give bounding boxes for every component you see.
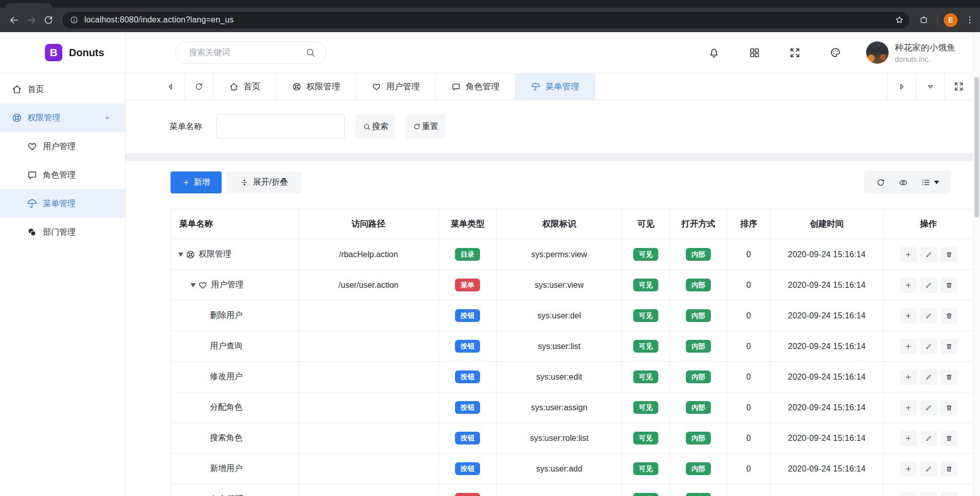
row-delete-button[interactable] xyxy=(941,278,958,293)
created-time: 2020-09-24 15:16:14 xyxy=(771,331,883,362)
row-delete-button[interactable] xyxy=(941,431,958,446)
row-edit-button[interactable] xyxy=(920,278,937,293)
row-add-button[interactable] xyxy=(900,247,917,262)
tabs-menu-button[interactable] xyxy=(916,73,944,100)
site-info-icon[interactable] xyxy=(69,15,79,24)
fullscreen-icon[interactable] xyxy=(789,47,801,59)
browser-reload-button[interactable] xyxy=(40,11,57,29)
column-header: 打开方式 xyxy=(670,209,727,239)
expand-collapse-button[interactable]: 展开/折叠 xyxy=(226,171,302,193)
page-tab-用户管理[interactable]: 用户管理 xyxy=(356,73,436,100)
row-add-button[interactable] xyxy=(900,400,917,415)
theme-palette-icon[interactable] xyxy=(829,46,842,59)
menu-name: 修改用户 xyxy=(210,371,243,382)
sidebar-item-label: 菜单管理 xyxy=(43,199,76,209)
notifications-bell-icon[interactable] xyxy=(708,46,720,59)
menu-type-badge: 菜单 xyxy=(455,279,480,292)
perm-key: sys:role:view xyxy=(497,484,622,496)
row-add-button[interactable] xyxy=(900,308,917,324)
perm-key: sys:user:list xyxy=(497,331,622,362)
menu-name-input[interactable] xyxy=(217,114,345,139)
row-expand-arrow[interactable] xyxy=(178,253,183,257)
browser-menu-icon[interactable] xyxy=(965,15,975,25)
browser-back-button[interactable] xyxy=(5,11,22,29)
sidebar-item-部门管理[interactable]: 部门管理 xyxy=(0,218,125,246)
row-delete-button[interactable] xyxy=(941,369,958,385)
table-card: 新增 展开/折叠 菜单名称访问路径菜单类型权限标识可见打开方式排序创建时间操作 xyxy=(126,161,973,496)
menu-path xyxy=(299,423,439,454)
table-row: 用户查询 按钮 sys:user:list 可见 内部 0 2020-09-24… xyxy=(171,331,974,362)
user-info[interactable]: 种花家的小饿鱼 donuts inc. xyxy=(895,42,980,63)
row-add-button[interactable] xyxy=(900,431,917,446)
browser-profile-avatar[interactable]: E xyxy=(944,13,958,27)
user-avatar[interactable] xyxy=(866,41,889,64)
column-header: 排序 xyxy=(727,209,771,239)
page-tab-菜单管理[interactable]: 菜单管理 xyxy=(515,73,595,100)
sidebar-item-用户管理[interactable]: 用户管理 xyxy=(0,132,125,161)
sidebar-item-权限管理[interactable]: 权限管理 xyxy=(0,104,125,132)
url-text[interactable]: localhost:8080/index.action?lang=en_us xyxy=(84,15,890,24)
page-tab-权限管理[interactable]: 权限管理 xyxy=(276,73,356,100)
tabs-refresh-button[interactable] xyxy=(185,73,213,100)
address-bar[interactable]: localhost:8080/index.action?lang=en_us xyxy=(62,12,910,29)
reset-button[interactable]: 重置 xyxy=(405,114,445,139)
page-tab-首页[interactable]: 首页 xyxy=(213,73,276,100)
row-delete-button[interactable] xyxy=(941,461,958,477)
column-header: 权限标识 xyxy=(497,209,622,239)
row-edit-button[interactable] xyxy=(920,247,937,262)
created-time: 2020-09-24 15:16:14 xyxy=(771,392,883,423)
bookmark-star-icon[interactable] xyxy=(894,15,904,25)
row-delete-button[interactable] xyxy=(941,400,958,415)
row-add-button[interactable] xyxy=(900,339,917,354)
row-edit-button[interactable] xyxy=(920,339,937,354)
row-add-button[interactable] xyxy=(900,461,917,477)
column-header: 菜单类型 xyxy=(439,209,497,239)
page-scrollbar-thumb[interactable] xyxy=(974,77,979,217)
row-delete-button[interactable] xyxy=(941,308,958,324)
add-button[interactable]: 新增 xyxy=(171,171,222,193)
row-edit-button[interactable] xyxy=(920,400,937,415)
section-divider xyxy=(126,153,973,161)
apps-grid-icon[interactable] xyxy=(749,47,760,59)
row-delete-button[interactable] xyxy=(941,492,958,496)
row-edit-button[interactable] xyxy=(920,461,937,477)
row-delete-button[interactable] xyxy=(941,339,958,354)
main-content: 菜单名称 搜索 重置 新增 展开/折叠 xyxy=(126,100,973,496)
sort-value: 0 xyxy=(727,301,771,331)
perm-key: sys:perms:view xyxy=(497,239,622,270)
sidebar-item-菜单管理[interactable]: 菜单管理 xyxy=(0,189,125,218)
search-button[interactable]: 搜索 xyxy=(355,114,395,139)
content-fullscreen-button[interactable] xyxy=(944,73,973,100)
visible-badge: 可见 xyxy=(633,248,658,261)
sidebar-item-角色管理[interactable]: 角色管理 xyxy=(0,161,125,189)
open-type-badge: 内部 xyxy=(686,279,711,292)
toggle-view-icon[interactable] xyxy=(898,177,908,188)
row-add-button[interactable] xyxy=(900,492,917,496)
sidebar-item-首页[interactable]: 首页 xyxy=(0,75,125,104)
row-edit-button[interactable] xyxy=(920,492,937,496)
row-add-button[interactable] xyxy=(900,278,917,293)
browser-forward-button[interactable] xyxy=(22,11,40,29)
chat-icon xyxy=(198,494,208,496)
row-add-button[interactable] xyxy=(900,369,917,385)
menu-name: 搜索角色 xyxy=(210,433,243,443)
row-edit-button[interactable] xyxy=(920,308,937,324)
tabs-scroll-right-button[interactable] xyxy=(887,73,916,100)
columns-list-icon[interactable] xyxy=(921,178,939,187)
browser-tab[interactable] xyxy=(5,3,52,8)
created-time: 2020-09-24 15:16:14 xyxy=(771,423,883,454)
tabs-scroll-left-button[interactable] xyxy=(156,73,185,100)
global-search-input[interactable]: 搜索关键词 xyxy=(175,41,327,64)
search-icon[interactable] xyxy=(305,47,316,58)
open-type-badge: 内部 xyxy=(686,340,711,353)
row-expand-arrow[interactable] xyxy=(190,283,196,287)
refresh-table-icon[interactable] xyxy=(876,178,886,187)
row-delete-button[interactable] xyxy=(941,247,958,262)
row-edit-button[interactable] xyxy=(920,431,937,446)
lifebuoy-icon xyxy=(292,82,302,92)
extensions-icon[interactable] xyxy=(917,11,931,29)
sort-value: 0 xyxy=(727,331,771,362)
row-edit-button[interactable] xyxy=(920,369,937,385)
page-tab-角色管理[interactable]: 角色管理 xyxy=(436,73,515,100)
page-scrollbar[interactable] xyxy=(973,32,980,496)
